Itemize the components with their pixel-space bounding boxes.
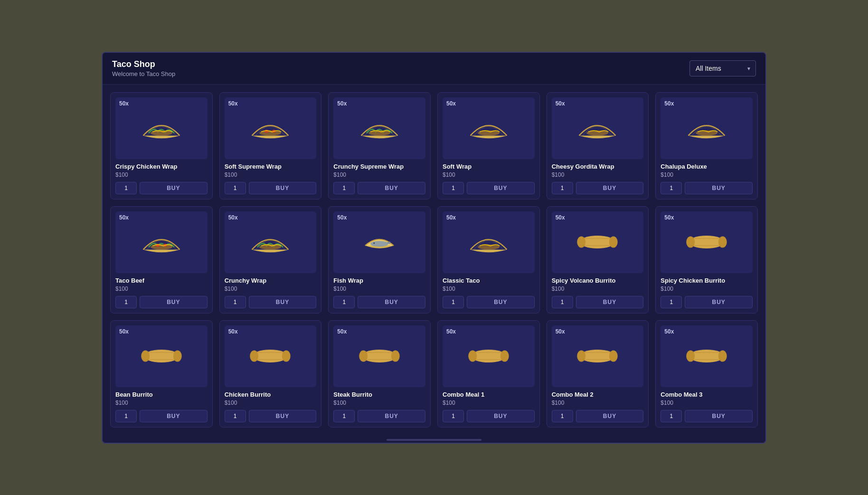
item-card: 50x Soft Supreme Wrap $100 BUY	[219, 92, 322, 200]
scrollbar-area	[103, 435, 765, 443]
item-card-image-area: 50x	[552, 211, 644, 273]
qty-input[interactable]	[660, 296, 682, 308]
qty-input[interactable]	[115, 410, 137, 422]
qty-input[interactable]	[115, 182, 137, 194]
item-buy-row: BUY	[660, 410, 753, 422]
buy-button[interactable]: BUY	[249, 182, 317, 194]
item-name: Chalupa Deluxe	[660, 163, 753, 170]
item-count: 50x	[446, 100, 456, 107]
item-name: Combo Meal 1	[443, 391, 535, 398]
item-name: Taco Beef	[115, 277, 208, 284]
qty-input[interactable]	[333, 410, 355, 422]
item-count: 50x	[228, 100, 238, 107]
qty-input[interactable]	[333, 182, 355, 194]
buy-button[interactable]: BUY	[576, 296, 644, 308]
qty-input[interactable]	[225, 296, 246, 308]
item-buy-row: BUY	[552, 296, 644, 308]
item-price: $100	[660, 171, 753, 178]
item-card: 50x Combo Meal 1 $100 BUY	[437, 320, 540, 428]
qty-input[interactable]	[660, 182, 682, 194]
qty-input[interactable]	[333, 296, 355, 308]
qty-input[interactable]	[552, 182, 573, 194]
item-card: 50x Chicken Burrito $100 BUY	[219, 320, 322, 428]
svg-point-13	[373, 242, 375, 244]
item-card-image-area: 50x	[443, 211, 535, 273]
item-card-image-area: 50x	[333, 325, 425, 387]
qty-input[interactable]	[660, 410, 682, 422]
buy-button[interactable]: BUY	[140, 410, 208, 422]
qty-input[interactable]	[225, 182, 246, 194]
buy-button[interactable]: BUY	[358, 296, 425, 308]
item-buy-row: BUY	[443, 296, 535, 308]
item-card: 50x Combo Meal 2 $100 BUY	[547, 320, 649, 428]
svg-point-31	[250, 351, 259, 362]
item-name: Soft Supreme Wrap	[225, 163, 317, 170]
svg-point-16	[577, 237, 586, 248]
item-name: Crispy Chicken Wrap	[115, 163, 208, 170]
qty-input[interactable]	[225, 410, 246, 422]
buy-button[interactable]: BUY	[249, 410, 317, 422]
item-price: $100	[333, 400, 425, 406]
item-price: $100	[660, 286, 753, 292]
item-buy-row: BUY	[225, 410, 317, 422]
item-card: 50x Classic Taco $100 BUY	[437, 206, 540, 314]
item-card: 50x Crispy Chicken Wrap $100 BUY	[110, 92, 213, 200]
item-name: Steak Burrito	[333, 391, 425, 398]
item-card: 50x Crunchy Wrap $100 BUY	[219, 206, 322, 314]
buy-button[interactable]: BUY	[685, 182, 753, 194]
item-count: 50x	[337, 328, 347, 335]
buy-button[interactable]: BUY	[467, 410, 535, 422]
item-card: 50x Chalupa Deluxe $100 BUY	[655, 92, 758, 200]
qty-input[interactable]	[443, 410, 464, 422]
item-price: $100	[225, 171, 317, 178]
qty-input[interactable]	[443, 296, 464, 308]
buy-button[interactable]: BUY	[140, 296, 208, 308]
buy-button[interactable]: BUY	[467, 182, 535, 194]
item-buy-row: BUY	[115, 182, 208, 194]
item-name: Bean Burrito	[115, 391, 208, 398]
svg-point-46	[577, 351, 586, 362]
item-price: $100	[115, 171, 208, 178]
item-name: Classic Taco	[443, 277, 535, 284]
buy-button[interactable]: BUY	[467, 296, 535, 308]
app-title: Taco Shop	[112, 59, 175, 69]
buy-button[interactable]: BUY	[576, 182, 644, 194]
buy-button[interactable]: BUY	[685, 410, 753, 422]
qty-input[interactable]	[552, 410, 573, 422]
buy-button[interactable]: BUY	[358, 182, 425, 194]
item-card-image-area: 50x	[225, 97, 317, 159]
filter-select[interactable]: All Items Tacos Wraps Burritos Combos	[689, 60, 756, 76]
item-count: 50x	[228, 214, 238, 221]
item-card: 50x Steak Burrito $100 BUY	[328, 320, 431, 428]
item-count: 50x	[119, 214, 129, 221]
buy-button[interactable]: BUY	[140, 182, 208, 194]
item-buy-row: BUY	[333, 296, 425, 308]
item-card: 50x Cheesy Gordita Wrap $100 BUY	[547, 92, 649, 200]
item-buy-row: BUY	[660, 296, 753, 308]
qty-input[interactable]	[115, 296, 137, 308]
buy-button[interactable]: BUY	[685, 296, 753, 308]
item-card-image-area: 50x	[660, 211, 753, 273]
item-buy-row: BUY	[443, 410, 535, 422]
item-card: 50x Spicy Volcano Burrito $100 BUY	[547, 206, 649, 314]
svg-point-27	[173, 351, 182, 362]
buy-button[interactable]: BUY	[358, 410, 425, 422]
item-price: $100	[660, 400, 753, 406]
item-buy-row: BUY	[225, 182, 317, 194]
buy-button[interactable]: BUY	[249, 296, 317, 308]
buy-button[interactable]: BUY	[576, 410, 644, 422]
item-name: Combo Meal 2	[552, 391, 644, 398]
item-card: 50x Soft Wrap $100 BUY	[437, 92, 540, 200]
item-name: Spicy Chicken Burrito	[660, 277, 753, 284]
svg-point-22	[718, 237, 727, 248]
item-name: Spicy Volcano Burrito	[552, 277, 644, 284]
svg-point-32	[282, 351, 291, 362]
qty-input[interactable]	[552, 296, 573, 308]
item-price: $100	[225, 286, 317, 292]
item-price: $100	[115, 400, 208, 406]
item-price: $100	[552, 400, 644, 406]
qty-input[interactable]	[443, 182, 464, 194]
app-subtitle: Welcome to Taco Shop	[112, 70, 175, 77]
filter-wrapper[interactable]: All Items Tacos Wraps Burritos Combos	[689, 60, 756, 76]
svg-point-41	[468, 351, 477, 362]
